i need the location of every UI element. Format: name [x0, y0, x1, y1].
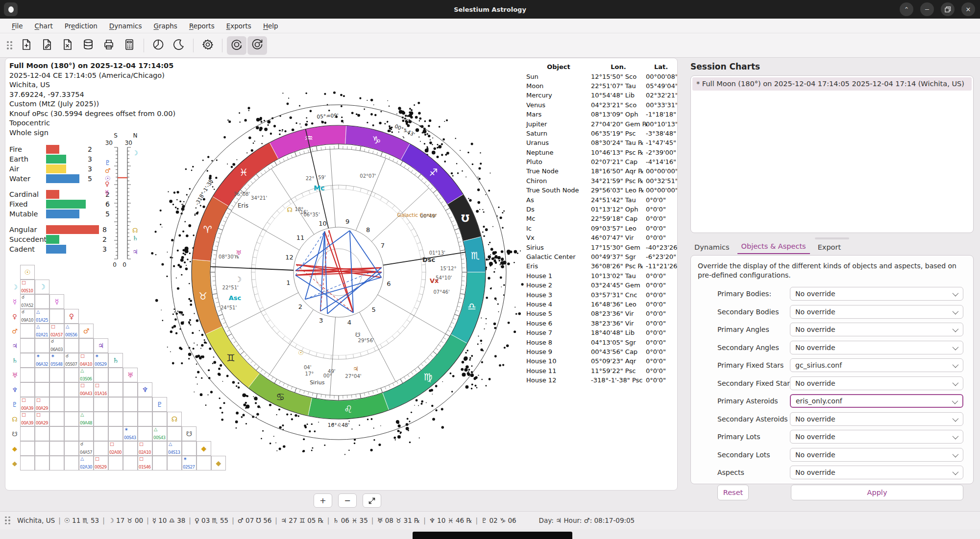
- dropdown-primary-asteroids[interactable]: eris_only.conf: [790, 394, 963, 408]
- calculator-button[interactable]: [120, 36, 139, 55]
- svg-text:10: 10: [318, 220, 327, 227]
- reset-button[interactable]: Reset: [717, 485, 749, 500]
- aspect-cell-03S06: △03S06: [79, 368, 94, 382]
- aspect-grid-cell: [79, 397, 94, 412]
- svg-text:☉: ☉: [298, 349, 304, 356]
- dropdown-secondary-fixed-stars[interactable]: No override: [790, 376, 963, 390]
- aspect-grid-cell: [20, 353, 35, 368]
- edit-file-button[interactable]: [37, 36, 57, 55]
- new-file-button[interactable]: [17, 36, 36, 55]
- zoom-out-button[interactable]: −: [338, 493, 357, 508]
- chevron-down-icon: [953, 308, 959, 314]
- menu-graphs[interactable]: Graphs: [148, 21, 182, 31]
- chart-wheel[interactable]: ♒♑♐℧♏♎♍♌♋♊♉♈♓123456789101112Mc22°59'Eris…: [143, 76, 535, 468]
- objects-table-row: House 1111°59'22" Psc0°0'0": [526, 366, 676, 375]
- aspect-grid-cell: [20, 441, 35, 456]
- dropdown-aspects[interactable]: No override: [790, 466, 963, 479]
- aspect-grid-cell: [49, 412, 64, 426]
- window-controls: ⌃ ─ ✕: [900, 2, 975, 16]
- menu-file[interactable]: File: [7, 21, 28, 31]
- aspect-cell-04A10: □04A10: [79, 353, 94, 368]
- apply-button[interactable]: Apply: [791, 485, 963, 500]
- aspect-cell-02A30: △02A30: [79, 456, 94, 470]
- dropdown-secondary-lots[interactable]: No override: [790, 448, 963, 462]
- aspect-grid-row-glyph: ♂: [10, 324, 19, 338]
- aspect-grid-cell: [35, 426, 49, 441]
- session-panel: Session Charts * Full Moon (180°) on 202…: [684, 58, 980, 491]
- session-chart-item[interactable]: * Full Moon (180°) on 2025-12-04 17:14:0…: [692, 77, 972, 91]
- dropdown-primary-lots[interactable]: No override: [790, 430, 963, 444]
- tab-objects-aspects[interactable]: Objects & Aspects: [737, 241, 810, 254]
- objects-table-row: House 416°48'36" Leo0°0'0": [526, 300, 676, 309]
- svg-text:♈: ♈: [203, 224, 212, 235]
- dropdown-primary-bodies-[interactable]: No override: [790, 287, 963, 301]
- panel-splitter[interactable]: [690, 237, 974, 239]
- database-button[interactable]: [78, 36, 98, 55]
- chevron-down-icon: [953, 451, 959, 457]
- tally-row-mutable: Mutable5: [9, 209, 86, 219]
- printer-button[interactable]: [99, 36, 119, 55]
- shade-window-icon[interactable]: ⌃: [900, 2, 913, 16]
- tab-export[interactable]: Export: [814, 242, 845, 254]
- dropdown-secondary-asteroids[interactable]: No override: [790, 412, 963, 426]
- svg-text:02°07': 02°07': [360, 173, 376, 179]
- svg-text:4: 4: [347, 319, 351, 326]
- sun-refresh-button[interactable]: [247, 36, 267, 55]
- aspect-grid-cell: [49, 426, 64, 441]
- menu-reports[interactable]: Reports: [184, 21, 220, 31]
- restore-window-icon[interactable]: [941, 2, 955, 16]
- objects-table-row: House 110°13'02" Tau0°0'0": [526, 271, 676, 281]
- svg-text:♌: ♌: [344, 403, 353, 415]
- aspect-grid-cell: [64, 426, 79, 441]
- chart-zoom-controls: + −: [314, 493, 381, 508]
- aspect-grid-row-glyph: ◆: [10, 456, 19, 470]
- form-label: Primary Angles: [698, 326, 790, 333]
- aspect-grid-cell: [108, 426, 123, 441]
- svg-text:07°46': 07°46': [433, 289, 449, 295]
- session-charts-list[interactable]: * Full Moon (180°) on 2025-12-04 17:14:0…: [690, 75, 974, 233]
- tally-row-water: Water5: [9, 174, 79, 184]
- tab-dynamics[interactable]: Dynamics: [690, 242, 734, 254]
- aspect-cell-05S07: ☌05S07: [64, 353, 79, 368]
- menu-help[interactable]: Help: [258, 21, 283, 31]
- menu-chart[interactable]: Chart: [30, 21, 58, 31]
- objects-table-row: True Node18°16'50" Aqr ℞00°00'00": [526, 166, 676, 176]
- objects-table-row: Ic09°03'57" Leo0°0'0": [526, 224, 676, 233]
- tally-row-air: Air3: [9, 164, 79, 174]
- menu-dynamics[interactable]: Dynamics: [104, 21, 147, 31]
- form-row: Secondary Fixed StarsNo override: [698, 375, 966, 393]
- fullscreen-button[interactable]: [363, 493, 381, 508]
- menu-prediction[interactable]: Prediction: [60, 21, 102, 31]
- aspect-grid-cell: [64, 397, 79, 412]
- pie-clock-button[interactable]: [148, 36, 168, 55]
- aspect-grid-cell: [35, 294, 49, 309]
- dropdown-primary-angles[interactable]: No override: [790, 323, 963, 336]
- objects-table-row: House 1005°09'23" Aqr0°0'0": [526, 356, 676, 366]
- dropdown-secondary-angles[interactable]: No override: [790, 341, 963, 354]
- menu-exports[interactable]: Exports: [221, 21, 256, 31]
- svg-text:30: 30: [125, 140, 132, 146]
- toolbar-drag-handle[interactable]: [7, 41, 12, 49]
- decl-♀-glyph: ♀: [105, 180, 110, 187]
- form-row: Primary AnglesNo override: [698, 321, 966, 339]
- minimize-window-icon[interactable]: ─: [920, 2, 934, 16]
- svg-text:06°35': 06°35': [303, 212, 319, 217]
- aspect-grid-cell: [64, 441, 79, 456]
- aspect-grid-cell: [49, 397, 64, 412]
- dropdown-primary-fixed-stars[interactable]: gc_sirius.conf: [790, 358, 963, 372]
- statusbar-drag-handle[interactable]: [5, 516, 10, 525]
- sun-orbit-button[interactable]: [227, 36, 246, 55]
- form-label: Primary Bodies:: [698, 290, 790, 298]
- aspect-grid-planet-cell: ☉: [20, 265, 35, 280]
- zoom-in-button[interactable]: +: [314, 493, 332, 508]
- moon-button[interactable]: [169, 36, 189, 55]
- window-title: Selestium Astrology: [0, 6, 980, 13]
- aspect-cell-02A57: □02A57: [49, 324, 64, 338]
- close-file-button[interactable]: [58, 36, 77, 55]
- form-label: Secondary Angles: [698, 344, 790, 352]
- panel-description: Override the display of the different ki…: [698, 261, 966, 280]
- objects-table-row: Venus04°23'21" Sco00°33'31": [526, 100, 676, 110]
- gear-button[interactable]: [198, 36, 218, 55]
- dropdown-secondary-bodies[interactable]: No override: [790, 305, 963, 319]
- close-window-icon[interactable]: ✕: [961, 2, 975, 16]
